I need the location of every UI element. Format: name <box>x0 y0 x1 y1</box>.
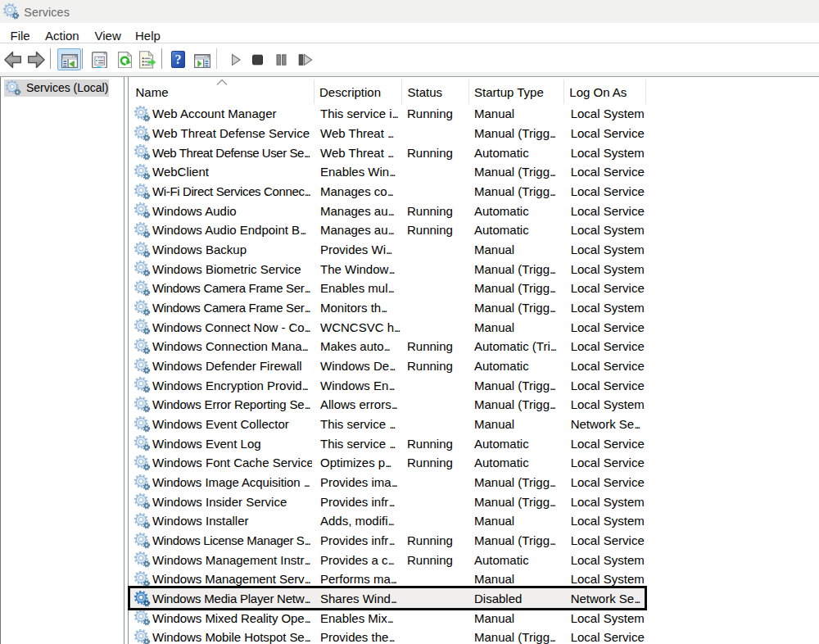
svg-text:?: ? <box>175 52 182 66</box>
